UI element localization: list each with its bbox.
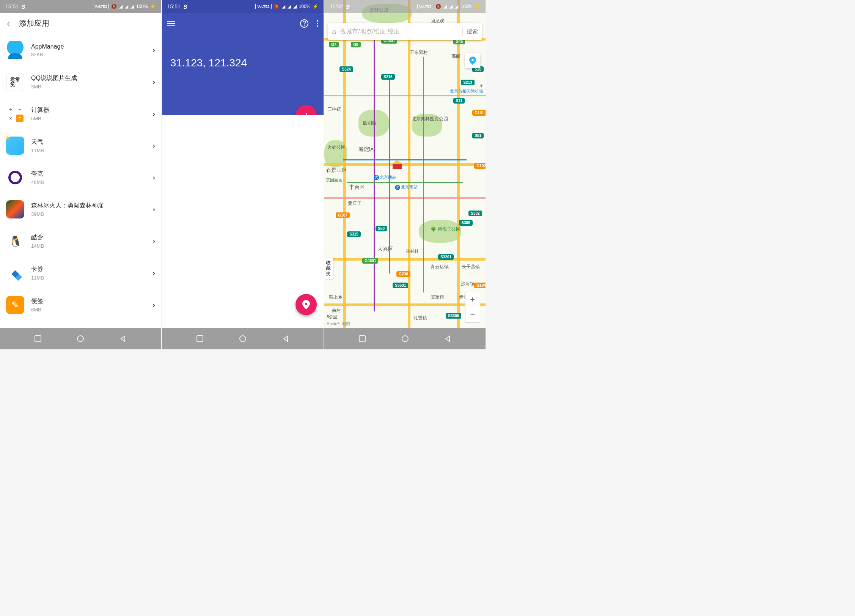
- app-name: 天气: [31, 138, 146, 146]
- station-label: 火北京西站: [374, 174, 396, 180]
- road-shield: G230: [396, 271, 410, 277]
- map-canvas[interactable]: G7 G6 G4501 G45 S324 S216 S213 S11 S28 G…: [324, 0, 486, 349]
- road-shield: G104: [474, 283, 486, 288]
- wifi-icon: ◢: [282, 4, 285, 9]
- poi-label: 长子营镇: [462, 264, 480, 270]
- chevron-right-icon: ›: [153, 206, 155, 214]
- poi-label: 窑上乡: [329, 294, 343, 300]
- menu-button[interactable]: [167, 21, 175, 26]
- road-shield: S51: [472, 133, 484, 138]
- forbidden-city-icon: [393, 163, 402, 169]
- battery-text: 100%: [136, 4, 148, 9]
- battery-text: 100%: [299, 4, 311, 9]
- location-pin-button[interactable]: [465, 53, 480, 68]
- app-icon: [6, 168, 24, 187]
- charge-icon: ⚡: [313, 4, 318, 9]
- zoom-control: + −: [465, 292, 480, 323]
- district-label: 石景山区: [326, 167, 347, 174]
- road-shield: S302: [468, 211, 482, 216]
- svg-point-1: [77, 336, 83, 342]
- app-name: 森林冰火人：勇闯森林神庙: [31, 202, 146, 210]
- zoom-in-button[interactable]: +: [465, 292, 480, 307]
- poi-label: 高丽: [451, 53, 461, 60]
- signal2-icon: ◢: [293, 4, 297, 9]
- more-button[interactable]: [317, 20, 318, 27]
- scale-label: 5公里: [327, 314, 337, 320]
- app-size: 3MB: [31, 84, 146, 90]
- help-button[interactable]: ?: [300, 19, 308, 28]
- signal2-icon: ◢: [130, 4, 134, 9]
- signal-icon: ◢: [449, 4, 453, 9]
- status-bar: 15:51 S VoLTE2 🔕 ◢ ◢ ◢ 100% ⚡: [0, 0, 161, 13]
- poi-label: 青云店镇: [431, 264, 449, 270]
- road-shield: G101: [472, 110, 486, 116]
- search-button[interactable]: 搜索: [462, 28, 478, 35]
- app-size: 11MB: [31, 148, 146, 153]
- signal2-icon: ◢: [455, 4, 458, 9]
- app-row[interactable]: 卡券11MB ›: [0, 257, 161, 289]
- app-row[interactable]: 夸克48MB ›: [0, 162, 161, 193]
- home-icon[interactable]: ⌂: [332, 28, 336, 36]
- poi-label: 沙河镇: [461, 281, 475, 287]
- app-name: 卡券: [31, 266, 146, 273]
- nav-home-button[interactable]: [76, 334, 85, 343]
- nav-back-button[interactable]: [443, 334, 452, 343]
- app-row[interactable]: 天气11MB ›: [0, 130, 161, 162]
- zoom-out-button[interactable]: −: [465, 307, 480, 322]
- app-icon: +−×=: [6, 105, 24, 123]
- svg-rect-4: [359, 336, 365, 342]
- app-row[interactable]: 酷盒14MB ›: [0, 225, 161, 257]
- poi-label: 下东郭村: [410, 49, 428, 56]
- poi-label: 🌳 南海子公园: [431, 226, 460, 233]
- app-icon: [6, 200, 24, 218]
- road-shield: G7: [329, 42, 338, 47]
- app-row[interactable]: 君常笑 QQ说说图片生成3MB ›: [0, 66, 161, 98]
- road-shield: S3501: [393, 283, 408, 288]
- road-shield: S216: [381, 74, 394, 80]
- nav-recents-button[interactable]: [358, 334, 367, 343]
- app-row[interactable]: +−×= 计算器5MB ›: [0, 98, 161, 130]
- app-row[interactable]: 森林冰火人：勇闯森林神庙39MB ›: [0, 193, 161, 225]
- road-shield: S11: [453, 98, 465, 104]
- road-shield: S3300: [446, 313, 461, 319]
- poi-label: 孙村村: [406, 248, 418, 254]
- status-bar: 15:52 S VoLTE2 🔕 ◢ ◢ ◢ 100% ⚡: [324, 0, 486, 13]
- app-size: 82KB: [31, 52, 146, 57]
- fab-location-button[interactable]: [295, 294, 317, 315]
- app-name: 夸克: [31, 170, 146, 178]
- chevron-right-icon: ›: [153, 174, 155, 182]
- chevron-right-icon: ›: [153, 301, 155, 309]
- status-logo-icon: S: [21, 3, 26, 10]
- nav-back-button[interactable]: [281, 334, 290, 343]
- nav-recents-button[interactable]: [195, 334, 204, 343]
- volte-badge: VoLTE2: [93, 4, 109, 9]
- road-shield: G107: [336, 212, 349, 218]
- favorites-tab[interactable]: 收藏夹: [324, 258, 333, 279]
- back-button[interactable]: ‹: [7, 18, 10, 29]
- nav-bar: [0, 328, 161, 349]
- nav-recents-button[interactable]: [33, 334, 42, 343]
- app-row[interactable]: AppManage82KB ›: [0, 34, 161, 66]
- nav-back-button[interactable]: [118, 334, 127, 343]
- app-size: 6MB: [31, 307, 146, 313]
- poi-label: 北京奥林匹克公园: [412, 116, 434, 122]
- coordinates-display: 31.123, 121.324: [162, 34, 324, 69]
- app-icon: 君常笑: [6, 73, 24, 91]
- page-title: 添加应用: [19, 18, 49, 28]
- app-list[interactable]: AppManage82KB › 君常笑 QQ说说图片生成3MB › +−×= 计…: [0, 34, 161, 349]
- road-shield: S50: [376, 226, 387, 231]
- app-icon: [6, 296, 24, 314]
- poi-label: 赫村: [332, 307, 341, 314]
- mute-icon: 🔕: [274, 4, 280, 9]
- phone-3-map: 15:52 S VoLTE2 🔕 ◢ ◢ ◢ 100% ⚡: [324, 0, 486, 349]
- chevron-right-icon: ›: [153, 46, 155, 54]
- nav-home-button[interactable]: [238, 334, 247, 343]
- search-input[interactable]: 搜城市/地点/维度,经度: [340, 28, 459, 36]
- district-label: 海淀区: [358, 146, 374, 153]
- app-size: 48MB: [31, 179, 146, 185]
- nav-home-button[interactable]: [401, 334, 410, 343]
- map-provider-logo: Baiduᵈᵘ 地图: [327, 321, 350, 327]
- app-row[interactable]: 便签6MB ›: [0, 289, 161, 321]
- wifi-icon: ◢: [443, 4, 447, 9]
- road-shield: S315: [347, 231, 360, 237]
